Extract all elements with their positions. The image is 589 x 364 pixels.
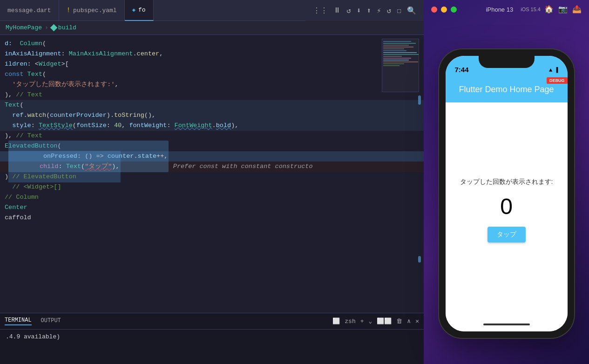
wifi-icon: ▲ [549, 67, 552, 74]
diamond-icon [50, 24, 58, 32]
terminal-panel: TERMINAL OUTPUT ⬜ zsh + ⌄ ⬜⬜ 🗑 ∧ ✕ .4.9 … [0, 313, 424, 364]
window-maximize-btn[interactable] [451, 7, 457, 13]
minimap-svg [382, 39, 419, 92]
tab-output[interactable]: OUTPUT [41, 317, 61, 325]
tab-bar: message.dart ! pubspec.yaml ◈ fo ⋮⋮ ⏸ ↺ … [0, 0, 424, 21]
code-line-16: // Column [0, 192, 424, 202]
device-name: iPhone 13 [486, 6, 514, 13]
warn-icon: ! [67, 7, 70, 14]
home-icon[interactable]: 🏠 [544, 5, 554, 14]
svg-rect-9 [383, 56, 402, 57]
terminal-output-text: .4.9 available) [6, 333, 60, 340]
counter-value: 0 [500, 194, 513, 219]
search-icon[interactable]: 🔍 [407, 6, 416, 15]
share-icon[interactable]: 📤 [572, 5, 582, 14]
code-line-2: inAxisAlignment: MainAxisAlignment.cente… [0, 49, 424, 59]
code-line-13: child: Text("タップ"), Prefer const with co… [0, 162, 424, 172]
terminal-up-icon[interactable]: ∧ [407, 317, 411, 325]
window-close-btn[interactable] [431, 7, 437, 13]
iphone-screen: 7:44 ▲ ▐ Flutter Demo Home Page タップした回数が… [446, 56, 568, 331]
breadcrumb: MyHomePage › build [0, 21, 424, 35]
window-minimize-btn[interactable] [441, 7, 447, 13]
terminal-split-btn[interactable]: ⬜⬜ [377, 317, 392, 325]
terminal-actions: ⬜ zsh + ⌄ ⬜⬜ 🗑 ∧ ✕ [332, 317, 419, 325]
app-bar-title: Flutter Demo Home Page [459, 85, 554, 94]
terminal-tab-bar: TERMINAL OUTPUT ⬜ zsh + ⌄ ⬜⬜ 🗑 ∧ ✕ [0, 313, 424, 330]
svg-rect-8 [383, 54, 419, 55]
terminal-add-btn[interactable]: + [360, 318, 364, 325]
dart-icon: ◈ [132, 7, 135, 13]
code-line-9: style: TextStyle(fontSize: 40, fontWeigh… [0, 121, 424, 131]
status-time: 7:44 [455, 66, 469, 74]
tab-terminal[interactable]: TERMINAL [5, 317, 32, 325]
svg-rect-6 [383, 50, 406, 51]
code-line-15: // <Widget>[] [0, 182, 424, 192]
svg-rect-10 [383, 58, 411, 59]
terminal-content: .4.9 available) [0, 330, 424, 344]
svg-rect-1 [383, 41, 411, 42]
fo-label: fo [138, 7, 146, 13]
tab-fo[interactable]: ◈ fo [125, 0, 154, 21]
minimap [382, 39, 419, 92]
status-icons: ▲ ▐ [549, 67, 558, 74]
iphone-notch [479, 56, 535, 68]
camera-icon[interactable]: 📷 [558, 5, 568, 14]
code-line-10: ), // Text [0, 131, 424, 141]
code-line-1: d: Column( [0, 39, 424, 49]
terminal-dropdown-btn[interactable]: ⌄ [369, 317, 372, 325]
code-line-3: ildren: <Widget>[ [0, 59, 424, 69]
code-line-8: ref.watch(counterProvider).toString(), [0, 110, 424, 121]
tab-message-dart[interactable]: message.dart [0, 0, 59, 21]
svg-rect-13 [383, 63, 404, 64]
device-os: iOS 15.4 [521, 7, 541, 12]
counter-label: タップした回数が表示されます: [460, 178, 553, 186]
app-body: タップした回数が表示されます: 0 タップ [446, 102, 568, 317]
download-icon[interactable]: ⬇ [357, 6, 361, 15]
battery-icon: ▐ [555, 67, 558, 74]
undo-icon[interactable]: ↺ [387, 6, 392, 15]
breadcrumb-home-page[interactable]: MyHomePage [6, 24, 42, 31]
debug-ribbon: DEBUG [547, 77, 568, 84]
home-bar [446, 317, 568, 331]
tap-button[interactable]: タップ [487, 227, 526, 243]
home-bar-indicator [483, 324, 530, 325]
svg-rect-4 [383, 47, 413, 47]
editor-toolbar: ⋮⋮ ⏸ ↺ ⬇ ⬆ ⚡ ↺ ☐ 🔍 [305, 0, 424, 21]
terminal-shell-icon: ⬜ [332, 317, 340, 325]
square-icon[interactable]: ☐ [397, 6, 401, 15]
svg-rect-3 [383, 45, 409, 46]
pause-icon[interactable]: ⏸ [333, 6, 341, 15]
terminal-close-icon[interactable]: ✕ [415, 317, 419, 325]
scroll-indicator-2 [418, 256, 421, 263]
svg-rect-2 [383, 43, 416, 44]
scroll-indicator-1 [418, 95, 421, 105]
code-line-17: Center [0, 202, 424, 213]
message-dart-label: message.dart [7, 7, 51, 14]
tab-pubspec-yaml[interactable]: ! pubspec.yaml [59, 0, 125, 21]
svg-rect-12 [383, 61, 418, 62]
terminal-shell-label[interactable]: zsh [345, 318, 355, 325]
code-line-6: ), // Text [0, 90, 424, 100]
code-line-18: caffold [0, 213, 424, 223]
breadcrumb-separator: › [45, 24, 48, 31]
simulator-window-bar: iPhone 13 iOS 15.4 🏠 📷 📤 [424, 0, 589, 19]
svg-rect-5 [383, 48, 404, 49]
split-editor-icon[interactable]: ⋮⋮ [313, 6, 328, 15]
code-line-4: const Text( [0, 69, 424, 80]
pubspec-yaml-label: pubspec.yaml [73, 7, 117, 14]
refresh-icon[interactable]: ↺ [346, 6, 351, 15]
simulator-panel: iPhone 13 iOS 15.4 🏠 📷 📤 DEBUG 7:44 ▲ ▐ [424, 0, 589, 364]
code-line-7: Text( [0, 100, 424, 110]
svg-rect-11 [383, 60, 409, 61]
upload-icon[interactable]: ⬆ [366, 6, 371, 15]
device-label: iPhone 13 iOS 15.4 [486, 6, 541, 13]
svg-rect-14 [383, 65, 399, 66]
svg-rect-7 [383, 52, 417, 53]
iphone-frame: DEBUG 7:44 ▲ ▐ Flutter Demo Home Page タッ… [439, 49, 574, 338]
terminal-trash-icon[interactable]: 🗑 [396, 318, 402, 325]
breadcrumb-build[interactable]: build [58, 24, 76, 31]
hint-message: Prefer const with constant constructo [121, 151, 313, 182]
editor-panel: message.dart ! pubspec.yaml ◈ fo ⋮⋮ ⏸ ↺ … [0, 0, 424, 364]
lightning-icon[interactable]: ⚡ [377, 6, 381, 15]
device-toolbar-icons: 🏠 📷 📤 [544, 5, 582, 14]
